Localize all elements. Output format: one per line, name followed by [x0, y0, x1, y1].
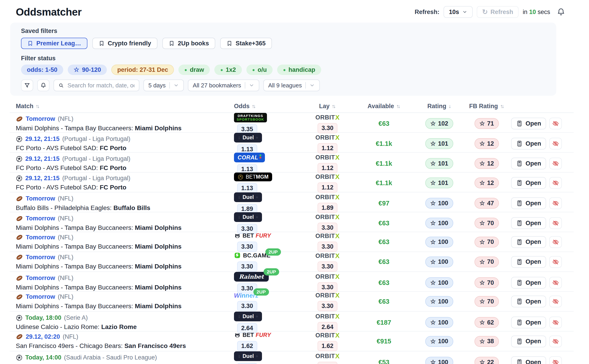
dot-icon: ●	[220, 67, 223, 72]
calculator-icon	[516, 180, 523, 186]
rating-value: 100	[438, 298, 448, 305]
fb-rating-value: 12	[487, 140, 494, 147]
table-header-row: Match↑↓Odds↑↓Lay↑↓Available↑↓Rating↓FB R…	[10, 100, 574, 113]
filter-chip-3[interactable]: ●draw	[178, 65, 210, 75]
available-amount: €1.1k	[352, 173, 415, 193]
column-header-match[interactable]: Match↑↓	[10, 103, 233, 110]
lay-odds-value: 2.64	[317, 322, 338, 332]
hide-row-button[interactable]	[549, 277, 562, 289]
column-header-odds[interactable]: Odds↑↓	[233, 103, 303, 110]
filter-chip-5[interactable]: ●o/u	[246, 65, 273, 75]
column-header-fb-rating[interactable]: FB Rating↑↓	[463, 103, 510, 110]
hide-row-button[interactable]	[549, 256, 562, 268]
open-calculator-button[interactable]: Open	[511, 296, 546, 307]
hide-row-button[interactable]	[549, 236, 562, 248]
hide-row-button[interactable]	[549, 217, 562, 229]
filter-chip-6[interactable]: ●handicap	[277, 65, 321, 75]
hide-row-button[interactable]	[549, 177, 562, 189]
saved-filter-button-1[interactable]: Crypto friendly	[92, 38, 157, 49]
match-date-link[interactable]: Tomorrow	[26, 234, 55, 241]
match-date-link[interactable]: Tomorrow	[26, 293, 55, 300]
leagues-select[interactable]: All 9 leagues	[263, 79, 320, 91]
hide-row-button[interactable]	[549, 197, 562, 209]
saved-filters-label: Saved filters	[21, 27, 547, 35]
match-date-link[interactable]: 29.12, 02:20	[26, 333, 60, 340]
match-date-link[interactable]: 29.12, 21:15	[25, 155, 60, 162]
available-amount: €63	[352, 232, 415, 252]
match-league: (Portugal - Liga Portugal)	[62, 155, 130, 162]
fb-rating-cell: ☆70	[463, 232, 510, 252]
hide-row-button[interactable]	[549, 317, 562, 328]
match-date-link[interactable]: Tomorrow	[26, 215, 55, 222]
filter-chip-2[interactable]: period: 27-31 Dec	[111, 65, 174, 75]
hide-row-button[interactable]	[549, 158, 562, 169]
match-date-link[interactable]: Tomorrow	[26, 275, 55, 282]
notifications-bell-icon[interactable]	[557, 7, 565, 16]
refresh-interval-select[interactable]: 10s	[444, 6, 473, 18]
refresh-button[interactable]: ↻ Refresh	[477, 6, 519, 18]
rating-cell: ☆100	[415, 272, 463, 293]
open-calculator-button[interactable]: Open	[511, 236, 546, 248]
open-calculator-button[interactable]: Open	[511, 158, 546, 169]
bookmakers-select[interactable]: All 27 bookmakers	[188, 79, 259, 91]
chip-label: draw	[190, 66, 204, 73]
filter-chip-0[interactable]: odds: 1-50	[21, 65, 63, 75]
available-amount: €53	[352, 351, 415, 364]
column-header-available[interactable]: Available↑↓	[352, 103, 415, 110]
odds-cell: DRAFTKINGSSPORTSBOOK 3.35	[233, 113, 303, 134]
match-date-link[interactable]: Tomorrow	[26, 195, 55, 202]
open-calculator-button[interactable]: Open	[511, 356, 546, 364]
saved-filter-button-0[interactable]: Premier Leag…	[21, 38, 87, 49]
alerts-bell-button[interactable]	[37, 79, 49, 91]
column-header-rating[interactable]: Rating↓	[415, 103, 463, 110]
eye-off-icon	[552, 140, 559, 147]
open-calculator-button[interactable]: Open	[511, 256, 546, 268]
match-date-link[interactable]: Tomorrow	[26, 254, 55, 261]
match-date-link[interactable]: Tomorrow	[26, 115, 55, 122]
open-button-label: Open	[525, 238, 541, 246]
saved-filter-button-2[interactable]: 2Up books	[162, 38, 215, 49]
filter-funnel-button[interactable]	[21, 79, 33, 91]
match-league: (NFL)	[58, 275, 73, 282]
refresh-countdown: in 10 secs	[523, 9, 550, 16]
open-calculator-button[interactable]: Open	[511, 177, 546, 189]
filter-chip-4[interactable]: ●1x2	[214, 65, 242, 75]
match-date-link[interactable]: Today, 14:00	[25, 354, 61, 361]
star-icon: ☆	[430, 120, 436, 127]
hide-row-button[interactable]	[549, 118, 562, 129]
lay-cell: ORBITX 1.62	[303, 332, 352, 351]
open-calculator-button[interactable]: Open	[511, 197, 546, 209]
match-date-link[interactable]: Today, 18:00	[25, 314, 61, 321]
bookmaker-logo-orbitx: ORBITX	[316, 292, 340, 299]
hide-row-button[interactable]	[549, 138, 562, 150]
open-calculator-button[interactable]: Open	[511, 277, 546, 289]
eye-off-icon	[552, 259, 559, 265]
saved-filters-row: Premier Leag…Crypto friendly2Up booksSta…	[21, 38, 547, 49]
actions-cell: Open	[510, 153, 574, 174]
match-date-link[interactable]: 29.12, 21:15	[25, 175, 60, 182]
rating-cell: ☆101	[415, 153, 463, 174]
open-calculator-button[interactable]: Open	[511, 217, 546, 229]
open-calculator-button[interactable]: Open	[511, 118, 546, 129]
refresh-interval-value: 10s	[449, 9, 459, 16]
calculator-icon	[516, 160, 523, 167]
filter-chip-1[interactable]: ☆90-120	[68, 65, 107, 75]
hide-row-button[interactable]	[549, 336, 562, 347]
open-calculator-button[interactable]: Open	[511, 138, 546, 150]
open-calculator-button[interactable]: Open	[511, 336, 546, 347]
bell-icon	[40, 82, 46, 89]
match-date-link[interactable]: 29.12, 21:15	[25, 136, 60, 143]
fb-rating-cell: ☆22	[463, 351, 510, 364]
open-calculator-button[interactable]: Open	[511, 317, 546, 328]
saved-filter-button-3[interactable]: Stake+365	[220, 38, 272, 49]
match-teams: Al Qadsiah - Damac FC: Al Qadsiah	[16, 363, 233, 364]
star-icon: ☆	[430, 298, 436, 305]
hide-row-button[interactable]	[549, 356, 562, 364]
actions-cell: Open	[510, 212, 574, 234]
column-header-lay[interactable]: Lay↑↓	[303, 103, 352, 110]
actions-cell: Open	[510, 232, 574, 252]
hide-row-button[interactable]	[549, 296, 562, 307]
bookmaker-logo-orbitx: ORBITX	[316, 173, 340, 181]
search-input[interactable]	[68, 82, 134, 89]
days-select[interactable]: 5 days	[143, 79, 184, 91]
